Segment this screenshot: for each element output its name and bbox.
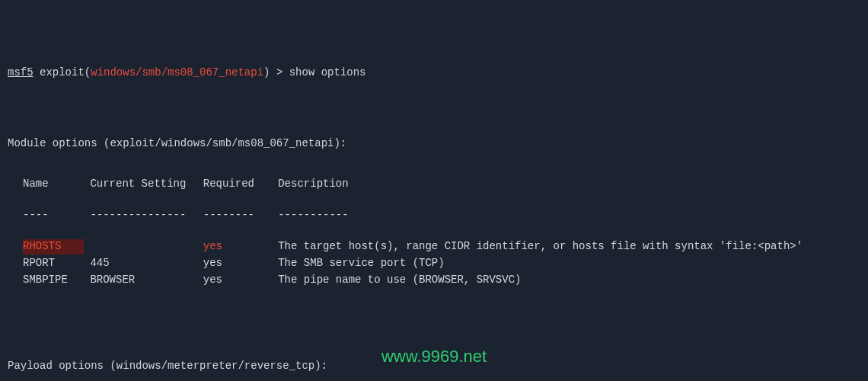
col-name: Name (23, 177, 84, 192)
table-row: SMBPIPE BROWSER yes The pipe name to use… (8, 273, 860, 288)
col-required: Required (203, 177, 272, 192)
col-setting: Current Setting (90, 177, 196, 192)
prompt-module-path: windows/smb/ms08_067_netapi (91, 66, 263, 78)
option-name: SMBPIPE (23, 273, 84, 288)
table-row: RPORT 445 yes The SMB service port (TCP) (8, 256, 860, 271)
option-setting: 445 (90, 256, 196, 271)
prompt-command: show options (289, 66, 366, 78)
option-required: yes (203, 256, 272, 271)
module-options-section: Module options (exploit/windows/smb/ms08… (8, 121, 860, 304)
option-name: RHOSTS (23, 239, 84, 255)
prompt-prefix: msf5 (8, 66, 34, 78)
option-required: yes (203, 239, 272, 255)
option-setting: BROWSER (90, 273, 196, 288)
option-name: RPORT (23, 256, 84, 271)
option-description: The target host(s), range CIDR identifie… (278, 239, 803, 255)
module-options-dividers: ---- --------------- -------- ----------… (8, 208, 860, 223)
option-description: The SMB service port (TCP) (278, 256, 444, 271)
prompt-line[interactable]: msf5 exploit(windows/smb/ms08_067_netapi… (8, 66, 860, 81)
module-options-header: Module options (exploit/windows/smb/ms08… (8, 136, 860, 152)
module-options-columns: Name Current Setting Required Descriptio… (8, 177, 860, 192)
option-required: yes (203, 273, 272, 288)
prompt-module-label: exploit (40, 66, 85, 78)
col-description: Description (278, 177, 348, 192)
option-description: The pipe name to use (BROWSER, SRVSVC) (278, 273, 521, 288)
watermark: www.9969.net (381, 345, 487, 369)
table-row: RHOSTS yes The target host(s), range CID… (8, 239, 860, 255)
